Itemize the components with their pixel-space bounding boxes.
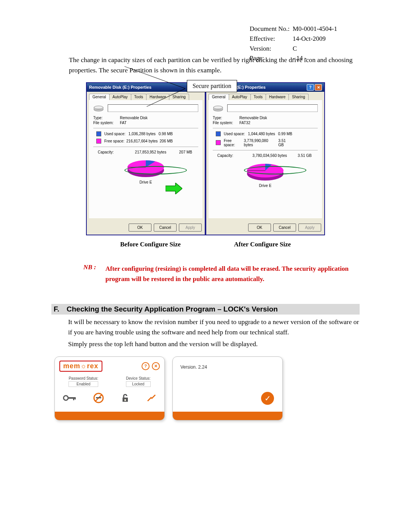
key-icon[interactable] <box>63 394 76 402</box>
tab-general[interactable]: General <box>209 94 229 100</box>
tab-strip: General AutoPlay Tools Hardware Sharing <box>87 92 205 100</box>
password-status-value: Enabled <box>68 381 98 387</box>
tab-autoplay[interactable]: AutoPlay <box>229 94 251 100</box>
caption-after: After Configure Size <box>234 241 291 248</box>
apply-button: Apply <box>179 224 202 232</box>
volume-name-input[interactable] <box>227 104 318 112</box>
close-icon[interactable]: ✕ <box>152 362 160 370</box>
svg-rect-18 <box>96 397 101 398</box>
help-icon[interactable]: ? <box>307 84 314 91</box>
capacity-bytes: 217,853,952 bytes <box>135 150 166 154</box>
nb-text: After configuring (resizing) is complete… <box>105 264 360 284</box>
window-title: Removable Disk (E:) Properties <box>89 85 151 89</box>
tab-tools[interactable]: Tools <box>131 94 147 100</box>
drive-label: Drive E <box>213 184 318 188</box>
properties-window-after: movable Disk (E:) Properties ? ✕ General… <box>206 82 325 235</box>
device-status-label: Device Status: <box>126 376 150 380</box>
section-heading: F. Checking the Security Application Pro… <box>51 304 360 315</box>
svg-rect-20 <box>124 399 126 401</box>
used-bytes: 1,036,288 bytes <box>129 132 156 136</box>
lock-app-card-version: Version. 2.24 ✓ <box>172 356 283 420</box>
properties-windows-row: Secure partition Removable Disk (E:) Pro… <box>51 82 360 235</box>
cancel-button[interactable]: Cancel <box>154 224 177 232</box>
memorex-logo[interactable]: mem☼rex <box>59 361 102 372</box>
section-paragraph-1: It will be necessary to know the revisio… <box>68 317 360 337</box>
disk-icon <box>213 104 223 112</box>
version-text: Version. 2.24 <box>173 357 282 377</box>
tab-autoplay[interactable]: AutoPlay <box>109 94 131 100</box>
svg-point-12 <box>64 396 68 400</box>
svg-rect-15 <box>75 397 76 399</box>
device-status-value: Locked <box>126 381 150 387</box>
free-bytes: 3,778,990,080 bytes <box>244 139 279 147</box>
capacity-human: 207 MB <box>179 150 192 154</box>
free-human: 3.51 GB <box>278 139 292 147</box>
pie-chart <box>125 157 167 179</box>
apply-button: Apply <box>298 224 321 232</box>
doc-header: Document No.:M0-0001-4504-1 Effective:14… <box>249 24 340 64</box>
free-bytes: 216,817,664 bytes <box>126 139 158 143</box>
caption-before: Before Configure Size <box>120 241 181 248</box>
ok-button[interactable]: OK <box>248 224 271 232</box>
unlock-icon[interactable] <box>120 393 130 403</box>
callout-label: Secure partition <box>187 80 237 92</box>
tab-general[interactable]: General <box>89 94 110 100</box>
used-human: 0.98 MB <box>159 132 173 136</box>
close-icon[interactable]: ✕ <box>315 84 322 91</box>
used-human: 0.99 MB <box>278 132 292 136</box>
capacity-bytes: 3,780,034,560 bytes <box>252 153 287 158</box>
svg-rect-14 <box>73 397 74 400</box>
svg-point-8 <box>213 106 223 109</box>
section-paragraph-2: Simply press the top left hand button an… <box>68 339 360 349</box>
tools-icon[interactable] <box>147 393 156 403</box>
ok-button[interactable]: OK <box>129 224 151 232</box>
properties-window-before: Removable Disk (E:) Properties General A… <box>86 82 206 235</box>
svg-point-2 <box>94 106 103 109</box>
tab-tools[interactable]: Tools <box>250 94 266 100</box>
filesystem-value: FAT <box>120 121 127 125</box>
volume-name-input[interactable] <box>108 104 198 112</box>
ok-check-icon[interactable]: ✓ <box>261 392 274 405</box>
free-human: 206 MB <box>160 139 173 143</box>
tab-hardware[interactable]: Hardware <box>266 94 289 100</box>
used-bytes: 1,044,480 bytes <box>248 132 275 136</box>
password-status-label: Password Status: <box>68 376 98 380</box>
tab-sharing[interactable]: Sharing <box>288 94 308 100</box>
no-key-icon[interactable] <box>93 392 104 404</box>
capacity-human: 3.51 GB <box>298 153 312 158</box>
disk-icon <box>93 104 104 112</box>
drive-label: Drive E <box>93 180 198 184</box>
filesystem-value: FAT32 <box>239 121 250 125</box>
cancel-button[interactable]: Cancel <box>273 224 296 232</box>
type-value: Removable Disk <box>239 116 267 120</box>
nb-label: NB : <box>83 264 105 284</box>
pie-chart <box>244 160 286 183</box>
help-icon[interactable]: ? <box>142 362 150 370</box>
green-arrow-icon <box>166 183 182 194</box>
type-value: Removable Disk <box>120 116 148 120</box>
lock-app-card-main: mem☼rex ? ✕ Password Status:Enabled Devi… <box>54 356 165 420</box>
